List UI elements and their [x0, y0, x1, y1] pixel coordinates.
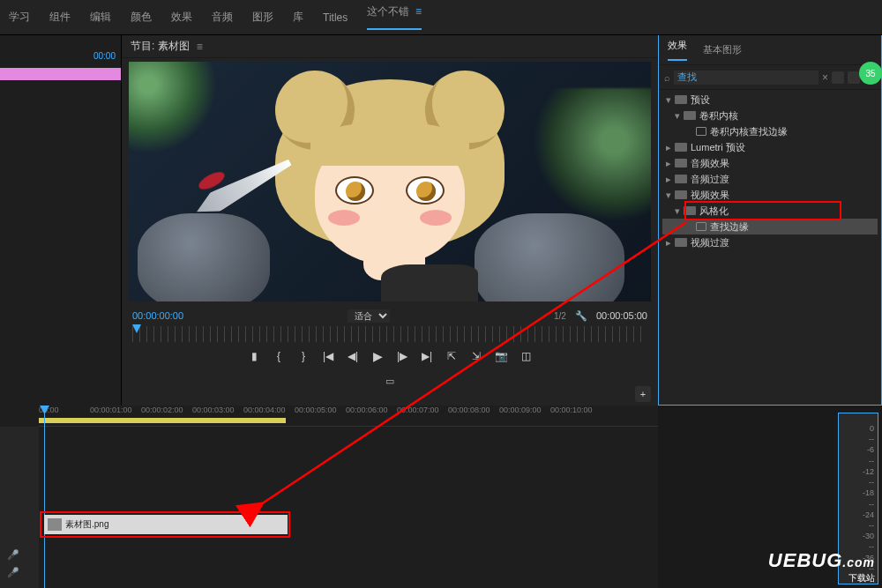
voiceover-mic-icon[interactable]: 🎤: [7, 549, 21, 563]
ruler-tick: 00:00:08:00: [448, 406, 490, 414]
tab-assembly[interactable]: 组件: [49, 10, 71, 25]
timeline-clip[interactable]: 素材图.png: [44, 515, 288, 534]
timeline-panel: 00:0000:00:01:0000:00:02:0000:00:03:0000…: [0, 406, 658, 588]
meter-tick: --: [849, 478, 874, 487]
export-frame-icon[interactable]: 📷: [495, 350, 507, 362]
meter-tick: -30: [849, 532, 874, 540]
program-playhead[interactable]: [132, 324, 141, 333]
goto-in-icon[interactable]: |◀: [322, 350, 334, 362]
program-timecode-left[interactable]: 00:00:00:00: [132, 310, 183, 321]
meter-tick: -18: [849, 488, 874, 497]
tab-custom-active[interactable]: 这个不错 ≡: [367, 4, 422, 30]
comparison-icon[interactable]: ◫: [519, 350, 532, 362]
watermark: UEBUG.com 下载站: [768, 549, 875, 584]
tab-essential-graphics[interactable]: 基本图形: [703, 43, 742, 56]
effects-tree: ▾预设 ▾卷积内核 卷积内核查找边缘 ▸Lumetri 预设 ▸音频效果 ▸音频…: [659, 90, 881, 252]
tab-effects-panel[interactable]: 效果: [668, 39, 687, 61]
panel-menu-icon[interactable]: ≡: [197, 41, 203, 53]
tab-titles[interactable]: Titles: [323, 11, 348, 24]
extract-icon[interactable]: ⇲: [470, 350, 482, 362]
meter-tick: --: [849, 521, 874, 530]
play-icon[interactable]: ▶: [371, 349, 384, 363]
tree-audio-tr[interactable]: ▸音频过渡: [662, 171, 878, 187]
wrench-icon[interactable]: 🔧: [575, 310, 587, 322]
out-bracket-icon[interactable]: }: [297, 350, 310, 362]
program-title: 节目: 素材图: [131, 39, 190, 54]
effects-search-row: ⌕ ×: [659, 65, 881, 90]
transport-controls: ▮ { } |◀ ◀| ▶ |▶ ▶| ⇱ ⇲ 📷 ◫: [122, 342, 658, 370]
meter-tick: --: [849, 500, 874, 509]
tree-lumetri[interactable]: ▸Lumetri 预设: [662, 139, 878, 155]
source-clip-bar[interactable]: [0, 68, 121, 80]
program-monitor[interactable]: [129, 62, 651, 301]
meter-tick: -24: [849, 510, 874, 519]
ruler-tick: 00:00:05:00: [295, 406, 337, 414]
workspace-tabs: 学习 组件 编辑 颜色 效果 音频 图形 库 Titles 这个不错 ≡: [0, 0, 882, 35]
timeline-ruler[interactable]: 00:0000:00:01:0000:00:02:0000:00:03:0000…: [39, 406, 658, 427]
ruler-tick: 00:00:03:00: [192, 406, 235, 414]
tree-video-tr[interactable]: ▸视频过渡: [662, 234, 878, 250]
meter-tick: -6: [849, 445, 874, 454]
meter-tick: --: [849, 435, 874, 443]
tab-audio[interactable]: 音频: [212, 10, 233, 25]
ruler-tick: 00:00:01:00: [90, 406, 132, 414]
program-header: 节目: 素材图 ≡: [122, 35, 658, 58]
timeline-tracks: 🎤 🎤 素材图.png: [0, 427, 658, 588]
video-frame: [129, 62, 651, 301]
voiceover-mic-icon-2[interactable]: 🎤: [7, 567, 21, 581]
clip-label: 素材图.png: [65, 518, 108, 531]
tree-convolution[interactable]: ▾卷积内核: [662, 108, 878, 123]
lift-icon[interactable]: ⇱: [445, 350, 458, 362]
goto-out-icon[interactable]: ▶|: [421, 350, 433, 362]
work-area-bar[interactable]: [39, 418, 286, 423]
program-panel: 节目: 素材图 ≡ 00:00:00:00 适合 1/2 🔧 00:00:05:…: [122, 35, 658, 406]
source-panel: 00:00: [0, 35, 122, 406]
tab-learn[interactable]: 学习: [9, 10, 30, 25]
step-back-icon[interactable]: ◀|: [347, 350, 359, 362]
tab-color[interactable]: 颜色: [131, 10, 152, 25]
search-icon: ⌕: [664, 72, 670, 83]
marker-icon[interactable]: ▮: [248, 350, 260, 362]
filter-accel-icon[interactable]: [832, 71, 844, 84]
tab-graphics[interactable]: 图形: [252, 10, 273, 25]
ruler-tick: 00:00:10:00: [550, 406, 593, 414]
program-scrubber[interactable]: [132, 326, 647, 342]
step-fwd-icon[interactable]: |▶: [396, 350, 408, 362]
ruler-tick: 00:00:07:00: [397, 406, 439, 414]
button-editor-plus[interactable]: +: [635, 386, 651, 402]
fit-dropdown[interactable]: 适合: [348, 309, 390, 323]
ruler-tick: 00:00:02:00: [141, 406, 183, 414]
clear-search-icon[interactable]: ×: [822, 71, 828, 84]
program-timecode-right: 00:00:05:00: [596, 310, 647, 321]
tree-conv-find-edges[interactable]: 卷积内核查找边缘: [662, 123, 878, 139]
secondary-controls: ▭: [122, 370, 658, 391]
tree-presets[interactable]: ▾预设: [662, 92, 878, 108]
safe-margins-icon[interactable]: ▭: [385, 376, 394, 387]
ruler-tick: 00:00:06:00: [346, 406, 388, 414]
program-timebar: 00:00:00:00 适合 1/2 🔧 00:00:05:00: [122, 305, 658, 326]
ruler-tick: 00:00:04:00: [243, 406, 286, 414]
tab-effects[interactable]: 效果: [171, 10, 192, 25]
user-avatar[interactable]: 35: [859, 62, 882, 85]
meter-tick: --: [849, 457, 874, 465]
meter-tick: 0: [849, 424, 874, 433]
main-area: 00:00 节目: 素材图 ≡ 00:00:00:00 适合 1/2: [0, 35, 882, 406]
meter-tick: -12: [849, 467, 874, 476]
tree-stylize[interactable]: ▾风格化: [662, 203, 878, 219]
effects-panel-tabs: 效果 基本图形: [659, 35, 881, 65]
tab-library[interactable]: 库: [293, 10, 303, 25]
filter-32bit-icon[interactable]: [848, 71, 860, 84]
source-timecode: 00:00: [0, 35, 121, 64]
effects-search-input[interactable]: [674, 71, 818, 85]
track-headers: 🎤 🎤: [0, 427, 39, 588]
tab-edit[interactable]: 编辑: [90, 10, 111, 25]
tree-find-edges[interactable]: 查找边缘: [662, 219, 878, 234]
effects-panel: 效果 基本图形 ⌕ × ▾预设 ▾卷积内核 卷积内核查找边缘 ▸Lumetri …: [658, 35, 882, 406]
ruler-tick: 00:00:09:00: [499, 406, 542, 414]
tree-audio-fx[interactable]: ▸音频效果: [662, 155, 878, 171]
zoom-ratio[interactable]: 1/2: [554, 311, 566, 321]
clip-thumbnail: [48, 518, 62, 531]
in-bracket-icon[interactable]: {: [273, 350, 285, 362]
tree-video-fx[interactable]: ▾视频效果: [662, 187, 878, 203]
